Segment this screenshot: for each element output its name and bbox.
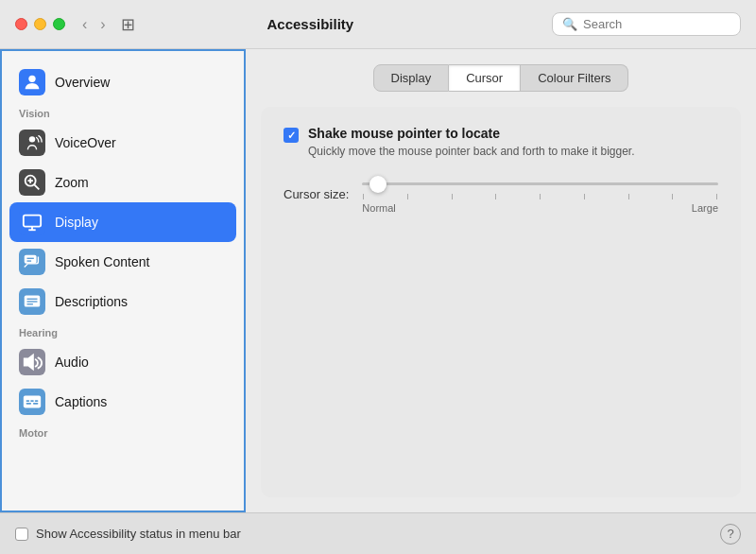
sidebar-item-descriptions[interactable]: Descriptions	[9, 282, 236, 321]
traffic-lights	[15, 18, 65, 30]
cursor-size-label: Cursor size:	[284, 187, 349, 201]
sidebar-item-label: VoiceOver	[55, 135, 116, 150]
svg-rect-22	[33, 403, 38, 405]
slider-thumb[interactable]	[369, 176, 387, 193]
svg-rect-9	[25, 255, 37, 264]
maximize-button[interactable]	[53, 18, 65, 30]
minimize-button[interactable]	[34, 18, 46, 30]
sidebar-item-audio[interactable]: Audio	[9, 342, 236, 382]
window-title: Accessibility	[69, 16, 552, 32]
svg-rect-18	[26, 400, 30, 402]
tick	[540, 194, 541, 199]
svg-marker-16	[25, 355, 33, 370]
slider-track-wrapper[interactable]	[362, 175, 718, 194]
checkmark-icon: ✓	[287, 130, 296, 142]
display-icon	[19, 209, 45, 235]
show-status-label: Show Accessibility status in menu bar	[36, 527, 241, 541]
sidebar-item-label: Overview	[55, 75, 110, 90]
tick	[672, 194, 673, 199]
section-motor-label: Motor	[9, 422, 236, 442]
shake-checkbox[interactable]: ✓	[284, 128, 299, 143]
svg-line-3	[34, 184, 39, 189]
spoken-content-icon	[19, 249, 45, 275]
shake-label: Shake mouse pointer to locate	[308, 126, 635, 141]
slider-label-large: Large	[692, 202, 718, 214]
svg-rect-20	[35, 400, 39, 402]
shake-checkbox-row: ✓ Shake mouse pointer to locate Quickly …	[284, 126, 718, 160]
tab-bar: Display Cursor Colour Filters	[261, 64, 741, 92]
tab-colour-filters[interactable]: Colour Filters	[521, 64, 628, 92]
slider-track	[362, 182, 718, 185]
search-icon: 🔍	[562, 17, 577, 31]
main-content: Overview Vision VoiceOver	[0, 49, 756, 512]
sidebar-item-label: Audio	[55, 355, 89, 370]
sidebar-item-overview[interactable]: Overview	[9, 62, 236, 102]
tick	[716, 194, 717, 199]
sidebar-item-display[interactable]: Display	[9, 202, 236, 242]
overview-icon	[19, 69, 45, 95]
captions-icon	[19, 389, 45, 415]
svg-rect-19	[30, 400, 34, 402]
bottom-checkbox-row: Show Accessibility status in menu bar	[15, 527, 241, 541]
shake-desc: Quickly move the mouse pointer back and …	[308, 144, 635, 160]
sidebar-item-captions[interactable]: Captions	[9, 382, 236, 422]
svg-rect-6	[24, 216, 41, 227]
help-button[interactable]: ?	[720, 524, 741, 545]
titlebar: ‹ › ⊞ Accessibility 🔍	[0, 0, 756, 49]
tab-cursor[interactable]: Cursor	[449, 64, 521, 92]
sidebar-item-zoom[interactable]: Zoom	[9, 163, 236, 202]
tick	[363, 194, 364, 199]
slider-container: Normal Large	[362, 175, 718, 214]
bottom-bar: Show Accessibility status in menu bar ?	[0, 512, 756, 554]
tick	[584, 194, 585, 199]
tab-display[interactable]: Display	[373, 64, 450, 92]
descriptions-icon	[19, 288, 45, 315]
sidebar-item-spoken-content[interactable]: Spoken Content	[9, 242, 236, 282]
svg-rect-21	[26, 403, 31, 405]
cursor-size-row: Cursor size:	[284, 175, 718, 214]
tick	[452, 194, 453, 199]
audio-icon	[19, 349, 45, 375]
search-input[interactable]	[583, 17, 730, 31]
svg-point-0	[28, 76, 35, 82]
svg-point-1	[29, 136, 35, 142]
slider-label-normal: Normal	[362, 202, 395, 214]
sidebar-item-label: Spoken Content	[55, 254, 149, 269]
detail-panel: Display Cursor Colour Filters ✓ Shake mo…	[246, 49, 756, 512]
tick	[495, 194, 496, 199]
sidebar: Overview Vision VoiceOver	[0, 49, 246, 512]
content-card: ✓ Shake mouse pointer to locate Quickly …	[261, 107, 741, 497]
tick	[407, 194, 408, 199]
sidebar-item-label: Display	[55, 215, 98, 230]
voiceover-icon	[19, 130, 45, 156]
section-vision-label: Vision	[9, 102, 236, 123]
sidebar-item-label: Captions	[55, 394, 107, 409]
tick-marks	[362, 194, 718, 199]
slider-labels: Normal Large	[362, 202, 718, 214]
close-button[interactable]	[15, 18, 27, 30]
zoom-icon	[19, 169, 45, 196]
sidebar-item-voiceover[interactable]: VoiceOver	[9, 123, 236, 163]
show-status-checkbox[interactable]	[15, 528, 28, 541]
tick	[628, 194, 629, 199]
search-box[interactable]: 🔍	[552, 12, 741, 36]
section-hearing-label: Hearing	[9, 321, 236, 342]
shake-text-block: Shake mouse pointer to locate Quickly mo…	[308, 126, 635, 160]
sidebar-item-label: Descriptions	[55, 294, 128, 309]
sidebar-item-label: Zoom	[55, 175, 89, 190]
